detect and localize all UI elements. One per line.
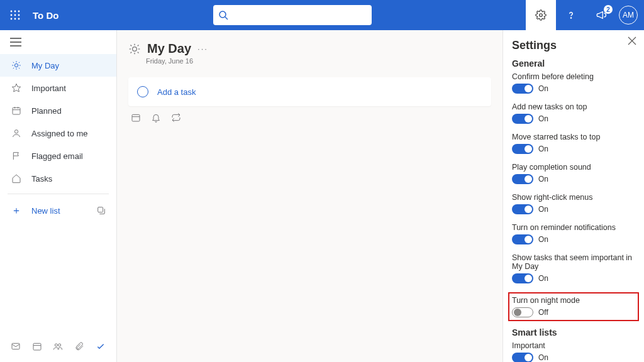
svg-line-40 [131, 45, 132, 46]
new-list-button[interactable]: ＋ New list [0, 198, 116, 223]
search-input[interactable] [233, 9, 367, 21]
attachment-icon [74, 341, 84, 351]
repeat-button[interactable] [171, 112, 181, 123]
avatar-initials: AM [623, 11, 634, 19]
person-icon [10, 128, 23, 138]
sidebar-item-important[interactable]: Important [0, 77, 116, 99]
settings-section-smart: Smart lists [512, 327, 635, 337]
sun-icon [10, 60, 23, 70]
toggle-play-sound[interactable] [512, 174, 533, 184]
toggle-row: On [512, 353, 635, 362]
svg-point-5 [18, 14, 20, 16]
sidebar-item-label: Tasks [31, 174, 52, 184]
add-task-input[interactable]: Add a task [128, 77, 491, 106]
toggle-row: Off [512, 307, 635, 317]
setting-right-click-menus: Show right-click menusOn [512, 193, 635, 214]
sidebar-item-my-day[interactable]: My Day [0, 54, 116, 77]
home-icon [10, 173, 23, 184]
whats-new-button[interactable]: 2 [586, 0, 616, 30]
new-group-button[interactable] [96, 206, 106, 216]
svg-point-35 [55, 344, 58, 346]
setting-smart-important: ImportantOn [512, 341, 635, 362]
sidebar-toggle-button[interactable] [0, 30, 116, 54]
toggle-knob [525, 275, 532, 282]
toggle-row: On [512, 174, 635, 184]
toggle-row: On [512, 84, 635, 94]
header-right: 2 AM [526, 0, 644, 30]
toggle-right-click-menus[interactable] [512, 204, 533, 214]
toggle-reminder-notifications[interactable] [512, 234, 533, 244]
main-header: My Day ··· [128, 41, 491, 56]
calendar-button[interactable] [26, 337, 48, 356]
check-icon [96, 341, 106, 351]
toggle-state-text: On [538, 114, 548, 123]
toggle-row: On [512, 144, 635, 154]
search-icon [218, 10, 228, 20]
bell-icon [151, 112, 161, 123]
svg-point-11 [540, 14, 543, 17]
nav-list: My Day Important Planned Assigned to me … [0, 54, 116, 333]
files-button[interactable] [69, 337, 90, 356]
toggle-add-on-top[interactable] [512, 114, 533, 124]
toggle-row: On [512, 234, 635, 244]
header-center [58, 5, 526, 25]
app-launcher-button[interactable] [0, 0, 30, 30]
sidebar-item-label: Assigned to me [31, 129, 88, 138]
setting-label: Move starred tasks to top [512, 133, 635, 141]
toggle-state-text: On [538, 274, 548, 283]
setting-label: Add new tasks on top [512, 102, 635, 111]
toggle-night-mode[interactable] [512, 307, 533, 317]
settings-section-general: General [512, 58, 635, 69]
sidebar-item-flagged[interactable]: Flagged email [0, 145, 116, 167]
help-button[interactable] [556, 0, 586, 30]
todo-button[interactable] [90, 337, 111, 356]
toggle-row: On [512, 273, 635, 283]
svg-marker-25 [12, 84, 20, 92]
due-date-button[interactable] [131, 112, 141, 123]
svg-line-41 [138, 52, 139, 53]
setting-label: Play completion sound [512, 163, 635, 172]
settings-button[interactable] [526, 0, 556, 30]
sidebar-item-tasks[interactable]: Tasks [0, 167, 116, 190]
svg-point-8 [18, 18, 20, 20]
reminder-button[interactable] [151, 112, 161, 123]
svg-point-2 [18, 11, 20, 13]
toggle-confirm-delete[interactable] [512, 84, 533, 94]
sidebar: My Day Important Planned Assigned to me … [0, 30, 117, 362]
settings-close-button[interactable] [628, 36, 636, 45]
toggle-knob [525, 85, 532, 92]
svg-rect-31 [98, 207, 103, 212]
sidebar-divider [8, 194, 109, 194]
waffle-icon [10, 10, 20, 20]
repeat-icon [171, 112, 181, 123]
svg-rect-33 [33, 343, 41, 350]
due-date-icon [131, 112, 141, 123]
settings-panel: Settings General Confirm before deleting… [503, 30, 644, 362]
setting-label: Important [512, 341, 635, 350]
search-box[interactable] [213, 5, 372, 25]
svg-point-37 [133, 47, 137, 51]
setting-play-sound: Play completion soundOn [512, 163, 635, 184]
toggle-state-text: Off [538, 308, 548, 317]
setting-label: Show tasks that seem important in My Day [512, 253, 635, 271]
setting-label: Turn on night mode [512, 296, 635, 305]
account-avatar[interactable]: AM [619, 6, 638, 25]
calendar-small-icon [32, 341, 42, 351]
svg-rect-26 [13, 107, 20, 114]
sidebar-item-assigned[interactable]: Assigned to me [0, 122, 116, 145]
toggle-smart-important[interactable] [512, 353, 533, 362]
svg-point-36 [58, 344, 61, 346]
list-options-button[interactable]: ··· [197, 44, 208, 53]
hamburger-icon [10, 38, 21, 47]
sidebar-item-label: Flagged email [31, 151, 83, 161]
toggle-move-starred-top[interactable] [512, 144, 533, 154]
svg-line-23 [13, 68, 14, 69]
people-button[interactable] [48, 337, 69, 356]
mail-button[interactable] [5, 337, 26, 356]
svg-point-6 [11, 18, 13, 20]
mail-icon [11, 341, 21, 351]
toggle-important-in-my-day[interactable] [512, 273, 533, 283]
sidebar-item-label: Planned [31, 106, 62, 116]
sidebar-item-planned[interactable]: Planned [0, 99, 116, 122]
toggle-state-text: On [538, 175, 548, 184]
